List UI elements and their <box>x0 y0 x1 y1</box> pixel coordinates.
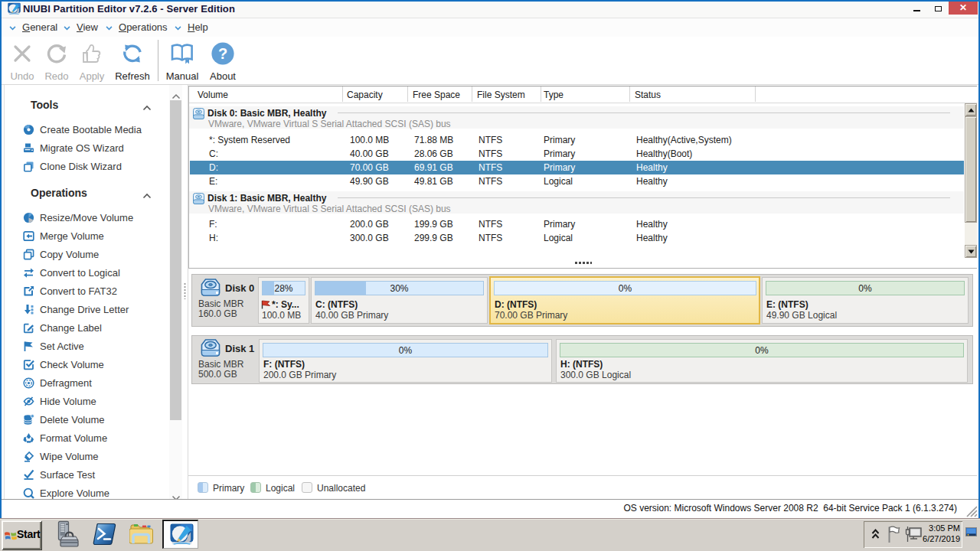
svg-text:?: ? <box>218 45 227 62</box>
